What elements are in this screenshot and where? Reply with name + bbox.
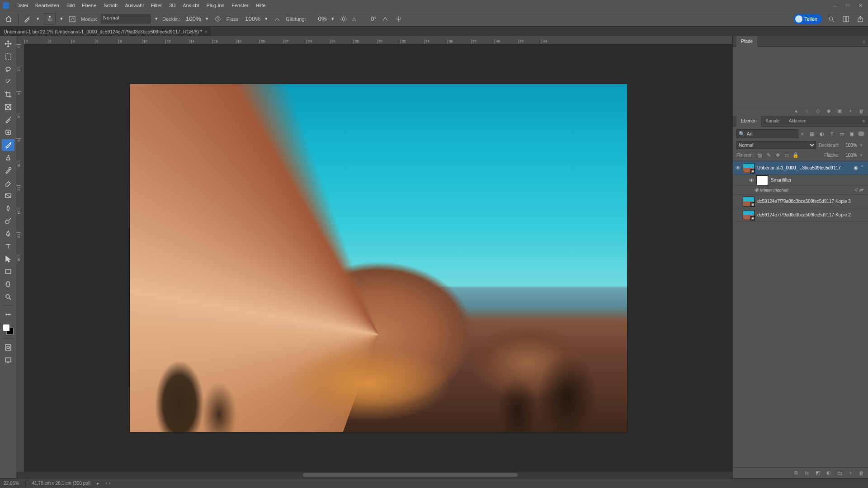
layer-thumbnail[interactable]: ▣ [743, 210, 755, 220]
collapse-icon[interactable]: ˄ [859, 165, 865, 171]
color-swatches[interactable] [2, 323, 14, 336]
layer-list[interactable]: 👁 ▣ Unbenannt-1_0000_...3bca509fec5d9117… [733, 161, 868, 467]
smart-filter-row[interactable]: 👁 Smartfilter [733, 175, 868, 186]
menu-view[interactable]: Ansicht [179, 0, 203, 11]
gradient-tool[interactable] [2, 190, 14, 202]
canvas-viewport[interactable] [24, 44, 732, 472]
vertical-ruler[interactable]: 024681012141618 [16, 44, 24, 472]
filter-blend-options-icon[interactable]: ⇄ [859, 187, 865, 193]
lock-all-icon[interactable]: 🔒 [793, 152, 799, 158]
menu-type[interactable]: Schrift [100, 0, 121, 11]
layer-style-icon[interactable]: fx [804, 470, 810, 476]
flow-input[interactable] [243, 15, 260, 22]
layer-row[interactable]: ▣ dc59124e7f79a08c3bca509fec5d9117 Kopie… [733, 208, 868, 222]
filter-mask-thumbnail[interactable] [756, 175, 768, 185]
move-tool[interactable] [2, 38, 14, 50]
hand-tool[interactable] [2, 278, 14, 290]
tool-preset-dropdown-icon[interactable]: ▾ [36, 14, 40, 23]
layer-opacity-dropdown-icon[interactable]: ▾ [860, 142, 864, 148]
brush-preview[interactable]: 93 [44, 13, 56, 25]
smart-filter-name[interactable]: Matter machen [760, 188, 852, 192]
screen-mode-icon[interactable] [2, 354, 14, 366]
eyedropper-tool[interactable] [2, 114, 14, 126]
menu-3d[interactable]: 3D [165, 0, 179, 11]
blend-mode-select[interactable]: Normal [101, 14, 151, 23]
filter-fx-badge-icon[interactable]: ◉ [853, 165, 859, 171]
tab-actions[interactable]: Aktionen [784, 116, 811, 127]
share-button[interactable]: Teilen [793, 14, 822, 24]
layer-visibility-toggle[interactable]: 👁 [746, 178, 756, 183]
status-prev-icon[interactable]: ‹ [105, 481, 107, 486]
tab-paths[interactable]: Pfade [736, 36, 757, 47]
horizontal-scrollbar[interactable] [16, 472, 732, 478]
delete-path-icon[interactable]: 🗑 [858, 108, 864, 114]
fill-dropdown-icon[interactable]: ▾ [860, 152, 864, 158]
menu-plugins[interactable]: Plug-ins [203, 0, 228, 11]
document-tab[interactable]: Unbenannt-1 bei 22,1% (Unbenannt-1_0000_… [0, 27, 211, 37]
add-mask-icon[interactable]: ▣ [836, 108, 843, 114]
menu-edit[interactable]: Bearbeiten [32, 0, 63, 11]
pressure-opacity-icon[interactable] [213, 14, 223, 24]
window-maximize-icon[interactable]: □ [844, 2, 851, 9]
horizontal-ruler[interactable]: 0246810121416182022242628303234363840424… [16, 36, 732, 44]
workspace-icon[interactable] [841, 14, 851, 24]
angle-input[interactable] [359, 15, 377, 22]
filter-toggle[interactable] [858, 131, 864, 136]
new-layer-icon[interactable]: ＋ [847, 470, 854, 476]
zoom-tool[interactable] [2, 291, 14, 303]
filter-pixel-icon[interactable]: ▦ [808, 130, 816, 137]
smoothing-options-icon[interactable] [339, 14, 349, 24]
layer-visibility-toggle[interactable]: 👁 [733, 165, 743, 171]
brush-picker-dropdown-icon[interactable]: ▾ [59, 14, 64, 23]
smoothing-dropdown-icon[interactable]: ▾ [330, 14, 335, 23]
layer-name[interactable]: dc59124e7f79a08c3bca509fec5d9117 Kopie 3 [757, 199, 865, 204]
pressure-size-icon[interactable] [380, 14, 390, 24]
layer-group-icon[interactable]: 🗀 [836, 470, 843, 476]
new-path-icon[interactable]: ＋ [847, 108, 854, 114]
magic-wand-tool[interactable] [2, 76, 14, 88]
filter-type-icon[interactable]: T [828, 130, 835, 137]
status-dropdown-icon[interactable]: ▸ [97, 481, 99, 486]
fill-path-icon[interactable]: ● [793, 108, 799, 114]
foreground-color-swatch[interactable] [3, 324, 10, 331]
menu-select[interactable]: Auswahl [121, 0, 147, 11]
menu-image[interactable]: Bild [63, 0, 78, 11]
zoom-level[interactable]: 22,06% [4, 481, 19, 486]
path-selection-tool[interactable] [2, 253, 14, 265]
rectangle-tool[interactable] [2, 266, 14, 277]
status-next-icon[interactable]: › [109, 481, 110, 486]
crop-tool[interactable] [2, 89, 14, 100]
clone-stamp-tool[interactable] [2, 152, 14, 164]
smart-filter-item[interactable]: 👁 Matter machen ☟ ⇄ [733, 186, 868, 195]
smoothing-input[interactable] [310, 15, 327, 22]
blur-tool[interactable] [2, 202, 14, 214]
quick-mask-icon[interactable] [2, 342, 14, 353]
home-button[interactable] [3, 13, 14, 25]
menu-file[interactable]: Datei [13, 0, 32, 11]
layer-mask-icon[interactable]: ◩ [815, 470, 821, 476]
layers-panel-menu-icon[interactable]: ≡ [860, 118, 868, 124]
menu-layer[interactable]: Ebene [78, 0, 100, 11]
tab-layers[interactable]: Ebenen [736, 116, 761, 127]
eraser-tool[interactable] [2, 177, 14, 189]
layer-thumbnail[interactable]: ▣ [743, 197, 755, 206]
window-close-icon[interactable]: ✕ [857, 2, 863, 9]
filter-shape-icon[interactable]: ▭ [838, 130, 845, 137]
layer-row[interactable]: ▣ dc59124e7f79a08c3bca509fec5d9117 Kopie… [733, 195, 868, 208]
dodge-tool[interactable] [2, 215, 14, 227]
lock-pixels-icon[interactable]: ✎ [765, 152, 772, 158]
layer-row[interactable]: 👁 ▣ Unbenannt-1_0000_...3bca509fec5d9117… [733, 161, 868, 175]
brush-tool[interactable] [2, 139, 14, 151]
layer-opacity-input[interactable] [842, 143, 857, 148]
marquee-tool[interactable] [2, 51, 14, 62]
fill-input[interactable] [842, 153, 857, 158]
paths-panel-body[interactable] [733, 47, 868, 106]
path-to-selection-icon[interactable]: ◇ [815, 108, 821, 114]
edit-toolbar-icon[interactable] [2, 309, 14, 320]
blend-mode-dropdown-icon[interactable]: ▾ [154, 14, 159, 23]
layer-filter-select[interactable]: 🔍 [736, 129, 798, 138]
lasso-tool[interactable] [2, 63, 14, 75]
flow-dropdown-icon[interactable]: ▾ [264, 14, 269, 23]
layer-name[interactable]: dc59124e7f79a08c3bca509fec5d9117 Kopie 2 [757, 212, 865, 217]
pen-tool[interactable] [2, 228, 14, 239]
